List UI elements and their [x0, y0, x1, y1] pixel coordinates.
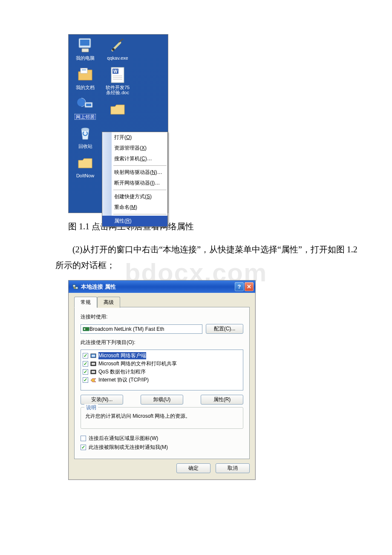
checkbox-icon[interactable]: ✓	[81, 436, 86, 441]
network-icon	[76, 96, 94, 113]
computer-icon	[76, 37, 94, 54]
tcpip-icon	[90, 377, 97, 384]
svg-rect-3	[81, 68, 87, 73]
icon-label: 我的电脑	[76, 55, 95, 61]
svg-rect-19	[75, 287, 78, 289]
svg-rect-1	[80, 40, 89, 46]
syringe-icon	[109, 37, 127, 54]
list-item[interactable]: ✓ Microsoft 网络的文件和打印机共享	[82, 360, 242, 368]
show-tray-checkbox-row[interactable]: ✓ 连接后在通知区域显示图标(W)	[81, 435, 243, 442]
svg-text:W: W	[113, 69, 118, 74]
dialog-help-button[interactable]: ?	[235, 282, 244, 291]
configure-button[interactable]: 配置(C)...	[206, 324, 243, 334]
tab-general[interactable]: 常规	[74, 297, 97, 308]
group-legend: 说明	[84, 404, 98, 411]
ctx-separator	[113, 165, 167, 166]
documents-icon	[76, 66, 94, 84]
my-documents-icon[interactable]: 我的文档	[70, 66, 100, 90]
client-icon	[90, 353, 97, 359]
ctx-separator	[113, 214, 167, 214]
svg-line-10	[119, 39, 123, 42]
component-buttons: 安装(N)... 卸载(U) 属性(R)	[81, 395, 243, 405]
svg-rect-21	[84, 328, 85, 330]
ctx-create-shortcut[interactable]: 创建快捷方式(S)	[102, 191, 167, 202]
list-item-label: Microsoft 网络客户端	[98, 352, 146, 359]
ctx-properties[interactable]: 属性(R)	[102, 216, 167, 226]
icon-label: qqkav.exe	[107, 55, 128, 61]
network-neighborhood-icon[interactable]: 网上邻居	[70, 96, 100, 119]
svg-rect-25	[92, 363, 95, 365]
desktop-col-right: qqkav.exe W 软件开发75 条经验.doc	[103, 37, 133, 125]
lan-connection-icon	[72, 283, 79, 290]
adapter-row: Broadcom NetLink (TM) Fast Eth 配置(C)...	[81, 324, 243, 334]
desktop-col-left: 我的电脑 我的文档	[70, 37, 100, 184]
my-computer-icon[interactable]: 我的电脑	[70, 37, 100, 61]
list-item-label: Internet 协议 (TCP/IP)	[98, 376, 149, 384]
document-page: 我的电脑 我的文档	[17, 34, 375, 480]
description-group: 说明 允许您的计算机访问 Microsoft 网络上的资源。	[81, 407, 243, 429]
svg-rect-7	[86, 104, 91, 106]
folder-icon	[109, 101, 127, 118]
checkbox-icon[interactable]: ✓	[83, 361, 88, 367]
list-item[interactable]: ✓ QoS 数据包计划程序	[82, 368, 242, 376]
connect-using-label: 连接时使用:	[81, 313, 243, 321]
dialog-title-text: 本地连接 属性	[81, 283, 116, 291]
nic-icon	[83, 326, 89, 332]
svg-point-8	[81, 128, 89, 130]
dialog-body: 常规 高级 连接时使用: Broadcom NetLink (TM) Fast …	[69, 293, 255, 480]
properties-button[interactable]: 属性(R)	[201, 395, 243, 405]
tab-advanced[interactable]: 高级	[97, 297, 120, 308]
dialog-close-button[interactable]: ✕	[245, 282, 254, 291]
icon-label: 网上邻居	[75, 114, 95, 119]
icon-label: 我的文档	[76, 85, 95, 90]
context-menu: 打开(O) 资源管理器(X) 搜索计算机(C)… 映射网络驱动器(N)… 断开网…	[102, 132, 168, 227]
list-item[interactable]: ✓ Internet 协议 (TCP/IP)	[82, 376, 242, 384]
cancel-button[interactable]: 取消	[216, 463, 250, 473]
folder-icon	[76, 155, 94, 172]
components-list[interactable]: ✓ Microsoft 网络客户端 ✓ Microsoft 网络的文件和打印机共…	[81, 350, 243, 390]
checkbox-icon[interactable]: ✓	[83, 369, 88, 375]
body-paragraph: (2)从打开的窗口中右击“本地连接”，从快捷菜单中选择“属性”，打开如图 1.2…	[17, 242, 375, 273]
svg-rect-23	[92, 355, 95, 357]
bin-icon	[76, 125, 94, 142]
svg-point-11	[112, 48, 115, 51]
checkbox-icon[interactable]: ✓	[83, 353, 88, 358]
recycle-bin-icon[interactable]: 回收站	[70, 125, 100, 149]
ctx-search-computer[interactable]: 搜索计算机(C)…	[102, 153, 167, 164]
ctx-open[interactable]: 打开(O)	[102, 132, 167, 143]
ctx-disconnect-drive[interactable]: 断开网络驱动器(I)…	[102, 178, 167, 188]
notify-limited-checkbox-row[interactable]: ✓ 此连接被限制或无连接时通知我(M)	[81, 444, 243, 451]
list-item[interactable]: ✓ Microsoft 网络客户端	[82, 352, 242, 360]
ctx-rename[interactable]: 重命名(M)	[102, 202, 167, 213]
svg-rect-2	[82, 49, 89, 52]
list-item-label: Microsoft 网络的文件和打印机共享	[98, 360, 177, 367]
adapter-text: Broadcom NetLink (TM) Fast Eth	[89, 326, 164, 332]
ok-button[interactable]: 确定	[176, 463, 210, 473]
svg-rect-4	[82, 69, 86, 70]
svg-rect-27	[92, 371, 95, 373]
checkbox-icon[interactable]: ✓	[81, 445, 86, 450]
word-doc-icon: W	[109, 66, 127, 84]
unnamed-folder-icon[interactable]	[103, 101, 133, 119]
dev-doc-icon[interactable]: W 软件开发75 条经验.doc	[103, 66, 133, 95]
tab-strip: 常规 高级	[74, 296, 250, 307]
tab-page-general: 连接时使用: Broadcom NetLink (TM) Fast Eth 配置…	[74, 307, 250, 459]
uninstall-button[interactable]: 卸载(U)	[141, 395, 183, 405]
icon-label: 回收站	[78, 144, 92, 149]
uses-items-label: 此连接使用下列项目(O):	[81, 339, 243, 346]
checkbox-icon[interactable]: ✓	[83, 377, 88, 383]
qqkav-exe-icon[interactable]: qqkav.exe	[103, 37, 133, 61]
doitnow-folder-icon[interactable]: DoItNow	[70, 155, 100, 178]
svg-rect-18	[73, 285, 75, 287]
dialog-titlebar[interactable]: 本地连接 属性 ? ✕	[69, 280, 255, 293]
description-text: 允许您的计算机访问 Microsoft 网络上的资源。	[85, 413, 190, 419]
checkbox-label: 连接后在通知区域显示图标(W)	[89, 435, 158, 442]
ctx-map-drive[interactable]: 映射网络驱动器(N)…	[102, 167, 167, 178]
connection-properties-dialog: 本地连接 属性 ? ✕ 常规 高级 连接时使用:	[68, 280, 256, 480]
install-button[interactable]: 安装(N)...	[81, 395, 123, 405]
qos-icon	[90, 369, 97, 376]
icon-label: 软件开发75 条经验.doc	[106, 85, 130, 95]
desktop-screenshot: 我的电脑 我的文档	[68, 34, 168, 213]
share-icon	[90, 361, 97, 367]
ctx-explorer[interactable]: 资源管理器(X)	[102, 143, 167, 153]
